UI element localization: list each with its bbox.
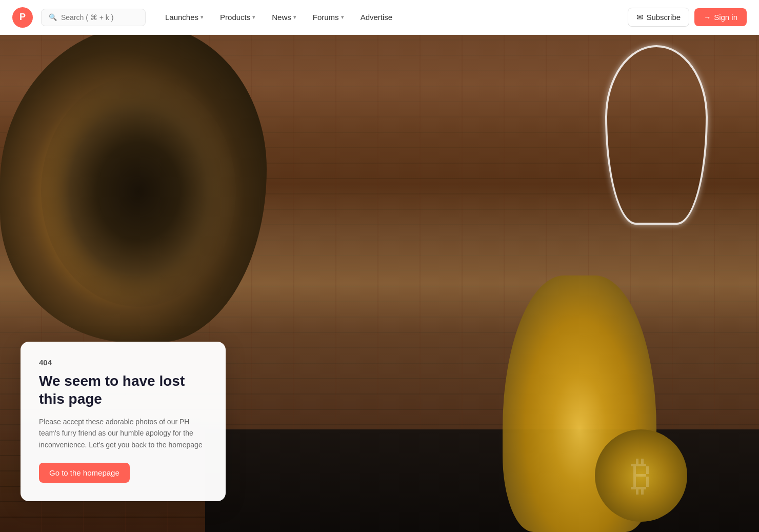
- hero-background: ₿ 404 We seem to have lost this page Ple…: [0, 35, 759, 532]
- dog-silhouette: [0, 35, 267, 343]
- logo[interactable]: P: [12, 7, 33, 28]
- nav-item-products[interactable]: Products ▾: [213, 9, 263, 26]
- error-description: Please accept these adorable photos of o…: [39, 416, 207, 450]
- chevron-down-icon: ▾: [293, 14, 296, 21]
- subscribe-button[interactable]: ✉ Subscribe: [628, 8, 689, 27]
- nav-item-news[interactable]: News ▾: [265, 9, 304, 26]
- search-box[interactable]: 🔍: [41, 9, 146, 26]
- bitcoin-coin: ₿: [595, 429, 687, 522]
- chevron-down-icon: ▾: [252, 14, 255, 21]
- nav-item-forums[interactable]: Forums ▾: [306, 9, 351, 26]
- neon-sculpture: [605, 45, 708, 225]
- signin-icon: →: [704, 13, 711, 22]
- error-card: 404 We seem to have lost this page Pleas…: [21, 342, 226, 501]
- chevron-down-icon: ▾: [201, 14, 204, 21]
- nav-links: Launches ▾ Products ▾ News ▾ Forums ▾ Ad…: [158, 9, 624, 26]
- nav-item-launches[interactable]: Launches ▾: [158, 9, 211, 26]
- subscribe-icon: ✉: [636, 12, 643, 22]
- navigation: P 🔍 Launches ▾ Products ▾ News ▾ Forums …: [0, 0, 759, 35]
- nav-right: ✉ Subscribe → Sign in: [628, 8, 747, 27]
- chevron-down-icon: ▾: [341, 14, 344, 21]
- dog-dark-patch: [41, 76, 236, 307]
- error-code: 404: [39, 358, 207, 367]
- search-input[interactable]: [61, 13, 138, 22]
- go-to-homepage-button[interactable]: Go to the homepage: [39, 463, 130, 483]
- hero-section: ₿ 404 We seem to have lost this page Ple…: [0, 35, 759, 532]
- error-title: We seem to have lost this page: [39, 372, 207, 408]
- search-icon: 🔍: [49, 13, 57, 21]
- nav-item-advertise[interactable]: Advertise: [353, 9, 400, 26]
- signin-button[interactable]: → Sign in: [694, 8, 747, 26]
